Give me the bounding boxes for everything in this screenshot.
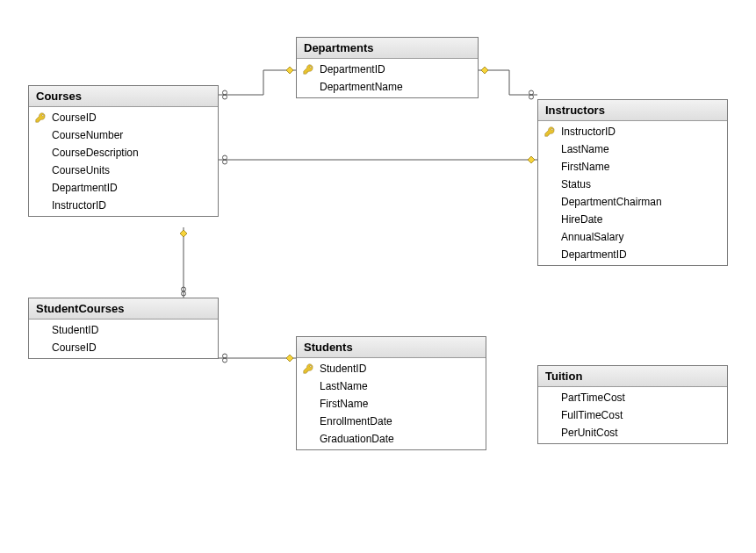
table-columns: DepartmentIDDepartmentName xyxy=(297,59,478,97)
table-column[interactable]: DepartmentID xyxy=(538,246,727,263)
column-name: FirstName xyxy=(561,161,609,173)
column-name: DepartmentID xyxy=(52,182,118,194)
primary-key-icon xyxy=(544,126,556,137)
column-name: CourseNumber xyxy=(52,129,123,141)
primary-key-icon xyxy=(34,112,47,123)
column-name: CourseID xyxy=(52,111,97,124)
table-column[interactable]: LastName xyxy=(538,140,727,158)
table-title: Students xyxy=(304,341,353,354)
table-column[interactable]: InstructorID xyxy=(538,123,727,140)
column-name: DepartmentChairman xyxy=(561,196,662,208)
table-column[interactable]: CourseDescription xyxy=(29,144,218,162)
table-column[interactable]: DepartmentChairman xyxy=(538,193,727,211)
table-columns: CourseIDCourseNumberCourseDescriptionCou… xyxy=(29,107,218,216)
table-column[interactable]: DepartmentID xyxy=(29,179,218,197)
table-title: Courses xyxy=(36,90,82,103)
table-column[interactable]: LastName xyxy=(297,377,486,395)
column-name: GraduationDate xyxy=(320,433,394,445)
column-name: FullTimeCost xyxy=(561,409,623,421)
column-name: FirstName xyxy=(320,398,368,410)
table-students[interactable]: Students StudentIDLastNameFirstNameEnrol… xyxy=(296,336,486,450)
table-column[interactable]: AnnualSalary xyxy=(538,228,727,246)
table-column[interactable]: GraduationDate xyxy=(297,430,486,448)
table-column[interactable]: Status xyxy=(538,176,727,193)
table-header: Departments xyxy=(297,38,478,59)
column-name: CourseUnits xyxy=(52,164,110,176)
table-header: Tuition xyxy=(538,366,727,387)
table-column[interactable]: PartTimeCost xyxy=(538,389,727,406)
column-name: StudentID xyxy=(52,324,98,336)
column-name: DepartmentID xyxy=(561,248,627,261)
column-name: AnnualSalary xyxy=(561,231,623,243)
column-name: DepartmentName xyxy=(320,81,403,93)
column-name: CourseDescription xyxy=(52,147,139,159)
column-name: PartTimeCost xyxy=(561,391,625,404)
column-name: LastName xyxy=(561,143,609,155)
table-column[interactable]: CourseID xyxy=(29,339,218,356)
table-columns: StudentIDCourseID xyxy=(29,320,218,358)
column-name: HireDate xyxy=(561,213,602,226)
table-column[interactable]: CourseNumber xyxy=(29,126,218,144)
table-column[interactable]: FirstName xyxy=(538,158,727,176)
column-name: CourseID xyxy=(52,341,97,354)
table-column[interactable]: HireDate xyxy=(538,211,727,228)
table-title: Instructors xyxy=(545,104,605,117)
table-column[interactable]: DepartmentName xyxy=(297,78,478,96)
column-name: StudentID xyxy=(320,363,366,375)
table-departments[interactable]: Departments DepartmentIDDepartmentName xyxy=(296,37,479,98)
table-header: StudentCourses xyxy=(29,298,218,320)
table-column[interactable]: StudentID xyxy=(297,360,486,377)
column-name: Status xyxy=(561,178,591,190)
table-instructors[interactable]: Instructors InstructorIDLastNameFirstNam… xyxy=(537,99,728,266)
table-columns: InstructorIDLastNameFirstNameStatusDepar… xyxy=(538,121,727,265)
table-column[interactable]: CourseID xyxy=(29,109,218,126)
table-header: Students xyxy=(297,337,486,358)
table-column[interactable]: EnrollmentDate xyxy=(297,413,486,430)
column-name: DepartmentID xyxy=(320,63,385,75)
table-title: StudentCourses xyxy=(36,302,124,315)
primary-key-icon xyxy=(302,64,314,75)
table-column[interactable]: DepartmentID xyxy=(297,61,478,78)
table-column[interactable]: FirstName xyxy=(297,395,486,413)
table-courses[interactable]: Courses CourseIDCourseNumberCourseDescri… xyxy=(28,85,219,217)
table-header: Courses xyxy=(29,86,218,107)
table-header: Instructors xyxy=(538,100,727,121)
column-name: PerUnitCost xyxy=(561,427,618,439)
table-columns: PartTimeCostFullTimeCostPerUnitCost xyxy=(538,387,727,443)
table-column[interactable]: PerUnitCost xyxy=(538,424,727,442)
table-title: Departments xyxy=(304,41,373,54)
primary-key-icon xyxy=(302,363,314,374)
table-column[interactable]: FullTimeCost xyxy=(538,406,727,424)
table-studentcourses[interactable]: StudentCourses StudentIDCourseID xyxy=(28,298,219,359)
table-column[interactable]: StudentID xyxy=(29,321,218,339)
table-column[interactable]: CourseUnits xyxy=(29,162,218,179)
table-title: Tuition xyxy=(545,370,582,383)
column-name: InstructorID xyxy=(52,199,106,212)
column-name: InstructorID xyxy=(561,126,616,138)
column-name: EnrollmentDate xyxy=(320,415,392,427)
column-name: LastName xyxy=(320,380,368,392)
table-tuition[interactable]: Tuition PartTimeCostFullTimeCostPerUnitC… xyxy=(537,365,728,444)
table-column[interactable]: InstructorID xyxy=(29,197,218,214)
table-columns: StudentIDLastNameFirstNameEnrollmentDate… xyxy=(297,358,486,449)
